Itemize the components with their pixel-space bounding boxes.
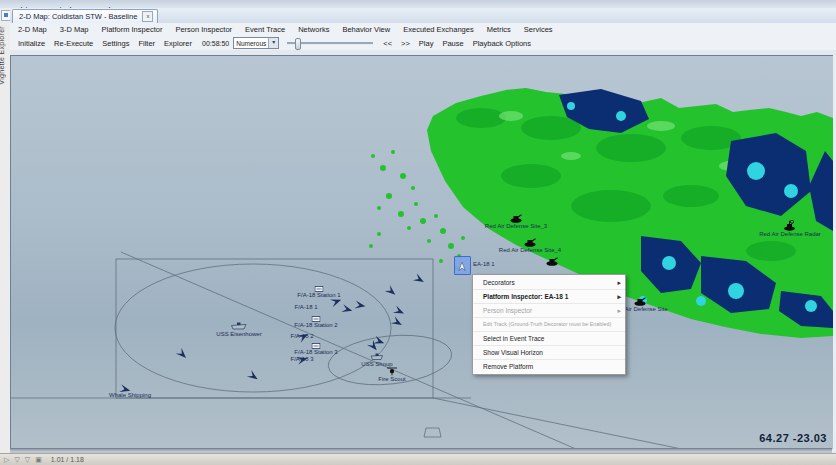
toolbar-button-re-execute[interactable]: Re-Execute — [54, 39, 93, 48]
context-menu-item-decorators[interactable]: Decorators▸ — [473, 276, 625, 290]
status-icon-1[interactable]: ▷ — [4, 456, 9, 464]
view-menu-metrics[interactable]: Metrics — [487, 25, 511, 34]
submenu-arrow-icon: ▸ — [617, 304, 621, 317]
submenu-arrow-icon: ▸ — [617, 276, 621, 289]
ground-icon[interactable] — [546, 252, 558, 270]
toolbar-playback-buttons: <<>>PlayPausePlayback Options — [383, 39, 540, 48]
context-menu-item-edit-track-ground-truth-decora: Edit Track (Ground-Truth Decorator must … — [473, 318, 625, 332]
aircraft-track-icon[interactable] — [392, 313, 403, 331]
tab-title: 2-D Map: Coldistan STW - Baseline — [19, 12, 137, 21]
playback-button-pause[interactable]: Pause — [442, 39, 463, 48]
status-bar: 1.01 / 1.18 ▷▽▽▣ — [0, 453, 836, 465]
context-menu-item-person-inspector: Person Inspector▸ — [473, 304, 625, 318]
map-overlay-graphics — [11, 56, 833, 449]
view-menu-networks[interactable]: Networks — [298, 25, 329, 34]
platform-context-menu: Decorators▸Platform Inspector: EA-18 1▸P… — [472, 274, 626, 375]
aircraft-track-icon[interactable] — [298, 327, 309, 345]
toolbar-button-settings[interactable]: Settings — [102, 39, 129, 48]
platform-label: Red Air Defense Site_3 — [485, 223, 547, 229]
chevron-down-icon[interactable]: ▾ — [268, 38, 278, 48]
cursor-coordinates: 64.27 -23.03 — [759, 432, 827, 444]
playback-button-[interactable]: >> — [401, 39, 410, 48]
time-mode-combobox[interactable]: Numerous ▾ — [233, 37, 279, 49]
aircraft-track-icon[interactable] — [355, 296, 366, 314]
tab-2d-map[interactable]: 2-D Map: Coldistan STW - Baseline x — [12, 9, 158, 23]
platform-label: USS Eisenhower — [216, 331, 261, 337]
vignette-explorer-label[interactable]: Vignette Explorer — [0, 26, 5, 85]
view-menu-row: 2-D Map3-D MapPlatform InspectorPerson I… — [10, 23, 836, 37]
context-menu-item-show-visual-horizon[interactable]: Show Visual Horizon — [473, 346, 625, 360]
selected-platform-ea18[interactable]: EA-18 1 — [454, 256, 471, 275]
map-2d-view[interactable]: F/A-18 Station 1F/A-18 1F/A-18 Station 2… — [10, 55, 833, 449]
time-slider[interactable] — [287, 37, 373, 49]
toolbar-button-explorer[interactable]: Explorer — [164, 39, 192, 48]
sim-time: 00:58:50 — [202, 40, 229, 47]
toolbar-button-initialize[interactable]: Initialize — [18, 39, 45, 48]
aircraft-track-icon[interactable] — [120, 380, 131, 398]
context-menu-item-remove-platform[interactable]: Remove Platform — [473, 360, 625, 373]
aircraft-track-icon[interactable] — [297, 350, 308, 368]
aircraft-track-icon[interactable] — [368, 337, 379, 355]
aircraft-track-icon[interactable] — [248, 367, 259, 385]
view-menu-2-d-map[interactable]: 2-D Map — [18, 25, 47, 34]
status-icon-3[interactable]: ▽ — [25, 456, 30, 464]
toolbar-left-buttons: InitializeRe-ExecuteSettingsFilterExplor… — [18, 39, 201, 48]
aircraft-track-icon[interactable] — [177, 345, 188, 363]
aircraft-track-icon[interactable] — [342, 300, 353, 318]
toolbar-button-filter[interactable]: Filter — [138, 39, 155, 48]
tab-close-icon[interactable]: x — [142, 11, 153, 22]
playback-button-[interactable]: << — [383, 39, 392, 48]
view-menu-person-inspector[interactable]: Person Inspector — [175, 25, 232, 34]
aircraft-track-icon[interactable] — [331, 292, 342, 310]
submenu-arrow-icon: ▸ — [617, 290, 621, 303]
aircraft-track-icon[interactable] — [414, 270, 425, 288]
status-icon-2[interactable]: ▽ — [14, 456, 19, 464]
view-menu-executed-exchanges[interactable]: Executed Exchanges — [403, 25, 473, 34]
playback-toolbar: InitializeRe-ExecuteSettingsFilterExplor… — [10, 36, 836, 51]
aircraft-track-icon[interactable] — [386, 282, 397, 300]
view-menu-behavior-view[interactable]: Behavior View — [342, 25, 390, 34]
platform-label: Fire Scout — [378, 376, 405, 382]
view-menu-3-d-map[interactable]: 3-D Map — [60, 25, 89, 34]
combobox-value: Numerous — [234, 40, 268, 47]
context-menu-item-select-in-event-trace[interactable]: Select in Event Trace — [473, 332, 625, 346]
view-menu-services[interactable]: Services — [524, 25, 553, 34]
view-menu-platform-inspector[interactable]: Platform Inspector — [102, 25, 163, 34]
tab-bar: 2-D Map: Coldistan STW - Baseline x — [10, 8, 836, 24]
zoom-scale-value: 1.01 / 1.18 — [51, 456, 84, 463]
selected-platform-label: EA-18 1 — [473, 261, 495, 267]
playback-button-play[interactable]: Play — [419, 39, 434, 48]
playback-button-playback-options[interactable]: Playback Options — [473, 39, 531, 48]
platform-label: Red Air Defense Radar — [759, 231, 821, 237]
slider-thumb[interactable] — [295, 38, 301, 50]
view-menu-event-trace[interactable]: Event Trace — [245, 25, 285, 34]
status-icon-4[interactable]: ▣ — [35, 456, 42, 464]
application-window: ArchiveWindowHelp Vignette Explorer 2-D … — [0, 0, 836, 465]
context-menu-item-platform-inspector-ea-18-1[interactable]: Platform Inspector: EA-18 1▸ — [473, 290, 625, 304]
